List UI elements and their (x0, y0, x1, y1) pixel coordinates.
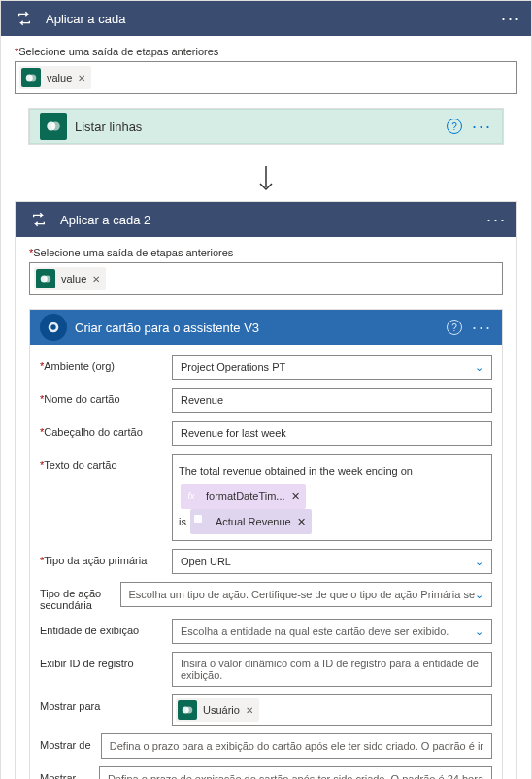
record-id-label: Exibir ID de registro (40, 652, 164, 669)
user-token[interactable]: Usuário ✕ (176, 698, 259, 722)
show-until-input[interactable]: Defina o prazo de expiração do cartão ap… (99, 766, 492, 779)
dataverse-icon (21, 68, 41, 87)
svg-point-3 (51, 122, 60, 131)
primary-action-type-select[interactable]: Open URL ⌄ (172, 549, 492, 574)
list-rows-menu[interactable]: ··· (472, 117, 492, 137)
chevron-down-icon: ⌄ (475, 556, 483, 568)
card-name-input[interactable]: Revenue (172, 388, 492, 413)
remove-token-icon[interactable]: ✕ (246, 705, 253, 716)
dataverse-icon (36, 269, 55, 288)
inner-loop-card: Aplicar a cada 2 ··· *Selecione uma saíd… (15, 201, 517, 779)
card-text-label: *Texto do cartão (40, 454, 164, 471)
show-to-label: Mostrar para (40, 694, 164, 712)
svg-point-8 (50, 324, 55, 329)
dynamic-icon (192, 513, 210, 530)
create-card-menu[interactable]: ··· (472, 318, 492, 338)
apply-to-each-2-header[interactable]: Aplicar a cada 2 ··· (16, 202, 516, 237)
apply-to-each-2-menu[interactable]: ··· (486, 210, 507, 230)
dynamic-content-token[interactable]: Actual Revenue ✕ (190, 509, 312, 534)
apply-to-each-header[interactable]: Aplicar a cada ··· (1, 1, 531, 36)
list-rows-card: Listar linhas ? ··· (28, 108, 504, 145)
outer-select-input[interactable]: value ✕ (15, 61, 517, 94)
fx-icon: fx (183, 488, 200, 505)
apply-to-each-title: Aplicar a cada (46, 12, 501, 26)
secondary-action-type-select[interactable]: Escolha um tipo de ação. Certifique-se d… (120, 582, 492, 607)
chevron-down-icon: ⌄ (475, 361, 483, 374)
svg-point-6 (44, 276, 50, 283)
outer-loop-body: *Selecione uma saída de etapas anteriore… (1, 36, 531, 779)
env-select[interactable]: Project Operations PT ⌄ (172, 355, 492, 380)
remove-token-icon[interactable]: ✕ (291, 486, 300, 507)
remove-token-icon[interactable]: ✕ (78, 73, 85, 84)
display-entity-label: Entidade de exibição (40, 619, 164, 636)
inner-loop-body: *Selecione uma saída de etapas anteriore… (16, 237, 516, 779)
create-card-title: Criar cartão para o assistente V3 (75, 321, 447, 335)
value-token[interactable]: value ✕ (34, 267, 106, 290)
chevron-down-icon: ⌄ (475, 589, 483, 601)
apply-to-each-menu[interactable]: ··· (501, 9, 521, 29)
inner-select-input[interactable]: value ✕ (29, 262, 503, 295)
inner-select-label: *Selecione uma saída de etapas anteriore… (29, 247, 503, 258)
create-card-header[interactable]: Criar cartão para o assistente V3 ? ··· (30, 310, 502, 345)
dataverse-icon (40, 113, 67, 140)
secondary-action-type-label: Tipo de ação secundária (40, 582, 113, 611)
card-name-label: *Nome do cartão (40, 388, 164, 405)
show-from-input[interactable]: Defina o prazo para a exibição do cartão… (101, 733, 492, 759)
expression-token[interactable]: fx formatDateTim... ✕ (181, 484, 306, 509)
create-card-action: Criar cartão para o assistente V3 ? ··· … (29, 309, 503, 779)
primary-action-type-label: *Tipo da ação primária (40, 549, 164, 566)
help-icon[interactable]: ? (447, 119, 462, 134)
help-icon[interactable]: ? (447, 320, 462, 335)
show-until-label: Mostrar até (40, 766, 91, 779)
chevron-down-icon: ⌄ (475, 626, 483, 638)
svg-rect-9 (194, 515, 202, 523)
remove-token-icon[interactable]: ✕ (92, 274, 100, 285)
svg-point-11 (185, 707, 192, 714)
flow-arrow-icon (15, 158, 517, 201)
show-from-label: Mostrar de (40, 733, 93, 751)
outer-select-label: *Selecione uma saída de etapas anteriore… (15, 46, 517, 57)
loop-icon (11, 5, 38, 32)
svg-point-1 (29, 75, 36, 82)
assistant-icon (40, 314, 67, 341)
list-rows-title: Listar linhas (75, 119, 447, 134)
outer-container: Aplicar a cada ··· *Selecione uma saída … (0, 0, 532, 779)
list-rows-header[interactable]: Listar linhas ? ··· (29, 109, 503, 144)
record-id-input[interactable]: Insira o valor dinâmico com a ID de regi… (172, 652, 492, 687)
loop-icon (25, 206, 52, 233)
env-label: *Ambiente (org) (40, 355, 164, 372)
apply-to-each-2-title: Aplicar a cada 2 (60, 213, 486, 227)
remove-token-icon[interactable]: ✕ (297, 511, 306, 532)
show-to-input[interactable]: Usuário ✕ (172, 694, 492, 726)
card-text-input[interactable]: The total revenue obtained in the week e… (172, 454, 492, 541)
create-card-body: *Ambiente (org) Project Operations PT ⌄ … (30, 345, 502, 779)
dataverse-icon (178, 700, 197, 720)
display-entity-select[interactable]: Escolha a entidade na qual este cartão d… (172, 619, 492, 644)
value-token[interactable]: value ✕ (19, 66, 91, 89)
card-header-input[interactable]: Revenue for last week (172, 421, 492, 446)
card-header-label: *Cabeçalho do cartão (40, 421, 164, 438)
